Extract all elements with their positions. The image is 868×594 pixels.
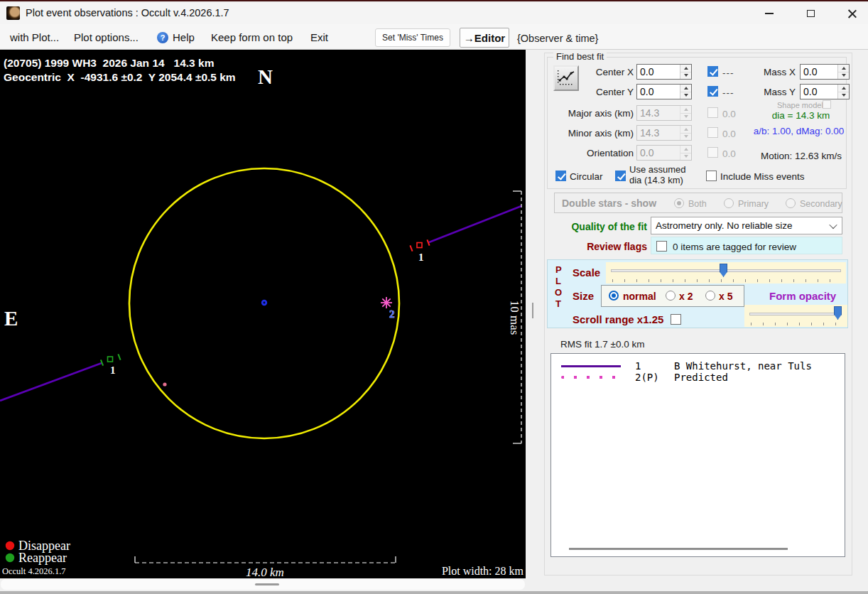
mass-x-spinner[interactable]: 0.0 (800, 64, 850, 80)
reappear-legend-dot (6, 554, 14, 562)
review-flags-checkbox[interactable] (656, 241, 667, 252)
circular-checkbox[interactable] (555, 171, 566, 181)
use-assumed-dia-checkbox[interactable] (615, 171, 626, 181)
scale-slider[interactable] (606, 262, 846, 284)
up-arrow-icon (684, 108, 688, 111)
up-arrow-icon (684, 87, 688, 90)
minimize-button[interactable] (753, 3, 786, 24)
observation-row-2[interactable]: 2(P) Predicted (561, 372, 842, 383)
form-opacity-slider[interactable] (744, 305, 847, 327)
plot-letter-t: T (555, 298, 561, 309)
size-x5-label: x 5 (719, 291, 732, 302)
minimize-icon (765, 13, 774, 14)
reappear-legend-label: Reappear (18, 551, 67, 565)
double-stars-secondary-label: Secondary (800, 199, 842, 209)
plot-header-line2: Geocentric X -4931.6 ±0.2 Y 2054.4 ±0.5 … (4, 71, 236, 83)
review-flags-label: Review flags (555, 241, 647, 252)
plot-svg: 1 1 2 10 mas (0, 50, 526, 578)
panel-splitter[interactable] (532, 303, 533, 318)
menu-exit[interactable]: Exit (310, 31, 328, 43)
chord1-label-reappear: 1 (110, 364, 116, 376)
menu-bar: with Plot... Plot options... ? Help Keep… (0, 24, 868, 50)
center-y-down-button[interactable] (680, 92, 691, 99)
up-arrow-icon (684, 148, 688, 151)
lock-x-checkbox[interactable] (707, 66, 718, 77)
menu-keep-on-top[interactable]: Keep form on top (211, 31, 293, 43)
list-horizontal-scrollbar[interactable] (569, 548, 788, 550)
center-x-up-button[interactable] (680, 65, 691, 72)
mass-x-value: 0.0 (801, 65, 837, 79)
help-icon[interactable]: ? (157, 32, 168, 43)
chord1-line-sample (561, 365, 621, 367)
diameter-label: dia = 14.3 km (753, 110, 849, 121)
observation-row-1[interactable]: 1 B Whitehurst, near Tuls (561, 360, 842, 372)
minor-axis-label: Minor axis (km) (565, 128, 634, 139)
size-label: Size (573, 290, 594, 302)
center-x-spinner[interactable]: 0.0 (636, 64, 692, 80)
window-bottom-edge (0, 591, 868, 594)
orientation-value: 0.0 (637, 146, 680, 160)
close-button[interactable] (835, 3, 868, 24)
menu-plot-options[interactable]: Plot options... (74, 31, 139, 43)
plot-horizontal-scrollbar[interactable] (1, 579, 525, 590)
mass-x-up-button[interactable] (838, 65, 849, 72)
orientation-up-button (680, 146, 691, 153)
include-miss-label: Include Miss events (720, 171, 805, 182)
scale-slider-thumb[interactable] (720, 264, 727, 277)
scroll-range-checkbox[interactable] (671, 314, 681, 325)
plot-letter-o: O (555, 287, 562, 298)
chord2-label: 2 (389, 308, 395, 320)
center-point-core (264, 302, 266, 304)
center-y-up-button[interactable] (680, 85, 691, 92)
occultation-plot-canvas[interactable]: 1 1 2 10 mas (0, 50, 526, 578)
center-x-label: Center X (581, 67, 634, 77)
size-x5-radio[interactable] (705, 291, 715, 301)
motion-label: Motion: 12.63 km/s (752, 151, 851, 161)
title-bar: Plot event observations : Occult v.4.202… (0, 3, 868, 24)
up-arrow-icon (684, 128, 688, 131)
east-label: E (4, 307, 18, 330)
maximize-button[interactable] (794, 3, 827, 24)
mass-y-down-button[interactable] (838, 92, 849, 99)
size-normal-radio[interactable] (609, 291, 619, 301)
double-stars-both-label: Both (688, 199, 707, 209)
double-stars-primary-radio (724, 198, 734, 208)
rms-fit-label: RMS fit 1.7 ±0.0 km (560, 339, 644, 350)
major-axis-flag-label: 0.0 (722, 109, 736, 119)
observation-number: 1 (635, 360, 671, 372)
set-miss-times-button[interactable]: Set 'Miss' Times (375, 28, 450, 47)
lock-y-checkbox[interactable] (707, 86, 718, 97)
major-axis-flag-checkbox (707, 107, 718, 118)
size-x2-radio[interactable] (666, 291, 676, 301)
include-miss-checkbox[interactable] (706, 171, 717, 181)
observation-name: Predicted (674, 372, 728, 383)
mass-y-up-button[interactable] (838, 85, 849, 92)
center-y-spinner[interactable]: 0.0 (636, 84, 692, 99)
menu-with-plot[interactable]: with Plot... (10, 31, 59, 43)
form-opacity-thumb[interactable] (834, 306, 842, 320)
run-fit-button[interactable] (553, 65, 579, 91)
scale-slider-ticks (612, 279, 841, 282)
use-assumed-dia-label: Use assumed dia (14.3 km) (629, 165, 700, 185)
double-stars-title: Double stars - show (562, 198, 656, 209)
major-axis-spinner: 14.3 (636, 105, 692, 121)
quality-of-fit-dropdown[interactable]: Astrometry only. No reliable size (651, 217, 842, 234)
mass-y-spinner[interactable]: 0.0 (800, 84, 850, 99)
observations-list[interactable]: 1 B Whitehurst, near Tuls 2(P) Predicted (550, 353, 845, 557)
center-y-label: Center Y (581, 87, 634, 97)
scroll-range-label: Scroll range x1.25 (573, 313, 663, 325)
size-normal-label: normal (623, 291, 656, 302)
quality-of-fit-label: Quality of the fit (555, 221, 647, 232)
center-x-down-button[interactable] (680, 72, 691, 80)
menu-help[interactable]: Help (173, 31, 195, 43)
down-arrow-icon (684, 74, 688, 77)
maximize-icon (807, 10, 815, 17)
mass-x-down-button[interactable] (838, 72, 849, 80)
scale-label: Scale (573, 266, 600, 279)
size-radio-group: normal x 2 x 5 (601, 285, 744, 307)
mas-scale-label: 10 mas (508, 301, 521, 335)
plot-letter-l: L (555, 276, 561, 286)
editor-button[interactable]: →Editor (460, 28, 509, 48)
plot-hscroll-thumb[interactable] (255, 583, 279, 585)
quality-of-fit-value: Astrometry only. No reliable size (651, 220, 825, 231)
